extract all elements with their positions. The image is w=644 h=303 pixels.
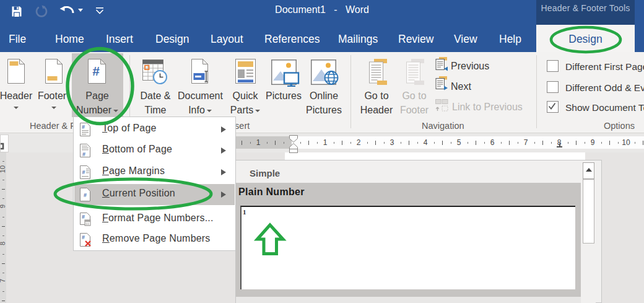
svg-text:#: #	[82, 234, 85, 240]
svg-text:#: #	[82, 124, 85, 130]
svg-text:#: #	[92, 64, 100, 78]
svg-text:#: #	[82, 151, 85, 157]
svg-text:#: #	[82, 169, 85, 175]
svg-text:#: #	[82, 214, 85, 220]
svg-text:#: #	[84, 192, 87, 198]
